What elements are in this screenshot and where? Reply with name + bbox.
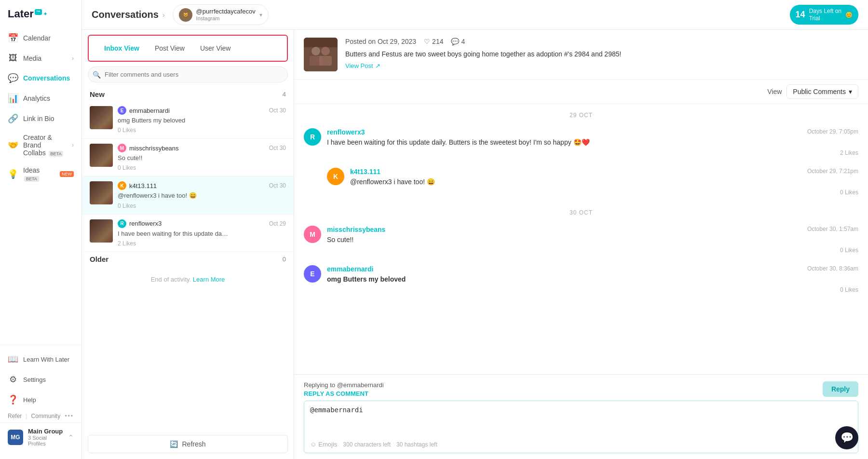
public-comments-dropdown[interactable]: Public Comments ▾ <box>787 84 858 99</box>
view-post-link[interactable]: View Post ↗ <box>345 62 858 69</box>
sidebar-item-link-in-bio[interactable]: 🔗 Link in Bio <box>0 108 81 129</box>
workspace-name: Main Group <box>28 428 63 435</box>
comment-item-misschrissybeans[interactable]: M misschrissybeans Oct 30 So cute!! 0 Li… <box>82 139 294 176</box>
chevron-down-icon: ▾ <box>849 88 852 95</box>
reply-header-left: Replying to @emmabernardi REPLY AS COMME… <box>304 380 384 398</box>
account-selector[interactable]: 🐱 @purrfectdaycafecov Instagram ▾ <box>173 4 269 25</box>
tab-user[interactable]: User View <box>192 41 239 55</box>
thread-reply-indent: K k4t13.111 October 29, 7:21pm @renflowe… <box>304 162 858 202</box>
sidebar-item-label: Help <box>23 396 36 404</box>
chat-widget[interactable]: 💬 <box>835 426 858 449</box>
left-panel: Inbox View Post View User View 🔍 New 4 <box>82 30 294 459</box>
comment-meta: R renflowerx3 Oct 29 <box>118 219 286 228</box>
sidebar-item-label: Link in Bio <box>23 115 54 122</box>
collabs-icon: 🤝 <box>8 140 18 150</box>
view-tabs: Inbox View Post View User View <box>88 35 288 62</box>
comment-likes: 0 Likes <box>118 202 286 209</box>
replying-to-label: Replying to @emmabernardi <box>304 381 384 389</box>
breadcrumb-arrow: › <box>163 11 165 19</box>
sidebar-item-settings[interactable]: ⚙ Settings <box>0 369 81 390</box>
comment-likes: 0 Likes <box>118 164 286 171</box>
tab-post[interactable]: Post View <box>147 41 192 55</box>
post-meta: Posted on Oct 29, 2023 ♡ 214 💬 4 <box>345 38 858 45</box>
sidebar-item-conversations[interactable]: 💬 Conversations <box>0 68 81 88</box>
comment-item-k4t13[interactable]: K k4t13.111 Oct 30 @renflowerx3 i have t… <box>82 176 294 214</box>
account-info: @purrfectdaycafecov Instagram <box>196 8 256 22</box>
sidebar-item-creator-brand[interactable]: 🤝 Creator & BrandCollabs BETA › <box>0 129 81 162</box>
reply-input[interactable]: @emmabernardi <box>310 406 852 435</box>
reply-as-comment[interactable]: REPLY AS COMMENT <box>304 390 368 397</box>
reply-input-wrap: @emmabernardi ☺ Emojis 300 characters le… <box>304 401 858 453</box>
analytics-icon: 📊 <box>8 93 18 104</box>
search-input[interactable] <box>88 67 288 82</box>
thread-time: October 30, 8:36am <box>807 265 858 272</box>
more-icon[interactable]: ••• <box>65 413 74 419</box>
workspace-avatar: MG <box>8 430 23 445</box>
commenter-name: misschrissybeans <box>129 145 179 152</box>
older-section-count: 0 <box>283 256 286 263</box>
comment-item-renflowerx3[interactable]: R renflowerx3 Oct 29 I have been waiting… <box>82 215 294 252</box>
help-icon: ❓ <box>8 394 18 405</box>
learn-more-link[interactable]: Learn More <box>193 276 225 283</box>
comment-likes: 0 Likes <box>118 127 286 134</box>
logo-text: Later™ <box>8 8 42 20</box>
sidebar-item-label: Ideas BETA <box>23 166 53 182</box>
calendar-icon: 📅 <box>8 33 18 43</box>
arrow-icon: › <box>72 55 74 62</box>
sidebar-item-ideas[interactable]: 💡 Ideas BETA NEW <box>0 162 81 187</box>
account-platform: Instagram <box>196 15 256 22</box>
likes-count: 0 Likes <box>840 247 858 254</box>
sidebar-item-calendar[interactable]: 📅 Calendar <box>0 28 81 48</box>
media-icon: 🖼 <box>8 53 18 63</box>
new-section-count: 4 <box>283 91 286 98</box>
refer-row[interactable]: Refer | Community ••• <box>0 410 81 422</box>
thread-footer: 2 Likes <box>327 149 858 156</box>
comment-meta: K k4t13.111 Oct 30 <box>118 181 286 190</box>
sidebar-item-help[interactable]: ❓ Help <box>0 390 81 410</box>
workspace-sub: 3 Social Profiles <box>28 435 63 446</box>
sidebar-item-analytics[interactable]: 📊 Analytics <box>0 88 81 108</box>
avatar: 🐱 <box>179 8 192 22</box>
sidebar-item-media[interactable]: 🖼 Media › <box>0 48 81 68</box>
thread-username[interactable]: emmabernardi <box>327 265 373 273</box>
thread-time: October 29, 7:21pm <box>807 168 858 175</box>
thread-username[interactable]: misschrissybeans <box>327 226 385 233</box>
thread-username[interactable]: renflowerx3 <box>327 128 365 136</box>
chevron-up-icon: ⌃ <box>68 433 74 441</box>
sidebar-item-label: Conversations <box>23 74 70 82</box>
tab-inbox[interactable]: Inbox View <box>96 41 147 55</box>
thread-username[interactable]: k4t13.111 <box>350 168 380 176</box>
comment-body: K k4t13.111 Oct 30 @renflowerx3 i have t… <box>118 181 286 209</box>
sidebar-item-learn[interactable]: 📖 Learn With Later <box>0 349 81 369</box>
account-name: @purrfectdaycafecov <box>196 8 256 15</box>
workspace-info: Main Group 3 Social Profiles <box>28 428 63 446</box>
settings-icon: ⚙ <box>8 374 18 385</box>
emojis-button[interactable]: ☺ Emojis <box>310 441 337 448</box>
comment-meta: M misschrissybeans Oct 30 <box>118 144 286 152</box>
post-thumbnail <box>90 106 113 129</box>
end-activity: End of activity. Learn More <box>82 266 294 293</box>
reply-footer: ☺ Emojis 300 characters left 30 hashtags… <box>310 441 852 448</box>
sidebar-item-label: Media <box>23 54 41 62</box>
reply-button[interactable]: Reply <box>823 381 858 397</box>
hashtag-count: 30 hashtags left <box>396 441 437 448</box>
community-label: Community <box>31 413 60 419</box>
comment-date: Oct 30 <box>269 182 286 189</box>
sidebar: Later™ ✦ 📅 Calendar 🖼 Media › 💬 Conversa… <box>0 0 82 459</box>
thread-text: I have been waiting for this update dail… <box>327 137 858 148</box>
reply-header: Replying to @emmabernardi REPLY AS COMME… <box>304 380 858 398</box>
comment-thumb <box>90 181 113 204</box>
thread-text: @renflowerx3 i have too! 😄 <box>350 177 858 187</box>
ideas-icon: 💡 <box>8 169 18 179</box>
comment-item-emmabernardi[interactable]: E emmabernardi Oct 30 omg Butters my bel… <box>82 101 294 139</box>
comment-icon: 💬 <box>451 38 459 45</box>
thread-time: October 30, 1:57am <box>807 226 858 232</box>
thread-content: renflowerx3 October 29, 7:05pm I have be… <box>327 128 858 156</box>
thread-footer: 0 Likes <box>327 286 858 293</box>
commenter-name: renflowerx3 <box>129 220 162 227</box>
breadcrumb: Conversations › <box>92 9 165 20</box>
workspace-row[interactable]: MG Main Group 3 Social Profiles ⌃ <box>0 422 81 451</box>
comment-text: I have been waiting for this update dail… <box>118 230 229 238</box>
avatar: M <box>118 144 126 152</box>
refresh-button[interactable]: 🔄 Refresh <box>88 435 288 453</box>
